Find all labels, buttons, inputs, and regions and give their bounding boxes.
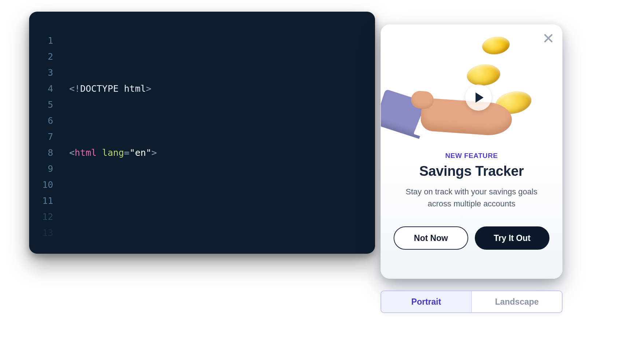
- orientation-portrait[interactable]: Portrait: [381, 291, 471, 312]
- play-button[interactable]: [465, 84, 492, 111]
- line-number: 4: [29, 81, 66, 97]
- coin-icon: [481, 35, 511, 56]
- code-editor: 1 2 3 4 5 6 7 8 9 10 11 12 13 <!DOCTYPE …: [29, 12, 375, 254]
- play-icon: [476, 92, 484, 103]
- line-number: 5: [29, 97, 66, 113]
- line-number-gutter: 1 2 3 4 5 6 7 8 9 10 11 12 13: [29, 12, 66, 254]
- line-number: 6: [29, 113, 66, 129]
- code-area[interactable]: <!DOCTYPE html> <html lang="en"> <head> …: [69, 33, 375, 254]
- cta-row: Not Now Try It Out: [381, 226, 562, 250]
- popup-title: Savings Tracker: [381, 163, 562, 179]
- line-number: 10: [29, 177, 66, 193]
- orientation-landscape[interactable]: Landscape: [471, 291, 562, 312]
- preview-popup: NEW FEATURE Savings Tracker Stay on trac…: [381, 24, 563, 279]
- try-it-out-button[interactable]: Try It Out: [475, 226, 549, 250]
- not-now-button[interactable]: Not Now: [394, 226, 468, 250]
- line-number: 2: [29, 49, 66, 65]
- code-line: [69, 209, 375, 225]
- line-number: 13: [29, 225, 66, 241]
- line-number: 9: [29, 161, 66, 177]
- line-number: 12: [29, 209, 66, 225]
- code-line: <!DOCTYPE html>: [69, 81, 375, 97]
- line-number: 1: [29, 33, 66, 49]
- line-number: 7: [29, 129, 66, 145]
- line-number: 11: [29, 193, 66, 209]
- orientation-toggle: Portrait Landscape: [381, 290, 563, 313]
- code-line: <html lang="en">: [69, 145, 375, 161]
- hero-video-thumbnail[interactable]: [381, 24, 562, 145]
- line-number: 3: [29, 65, 66, 81]
- coin-icon: [466, 63, 501, 87]
- line-number: 8: [29, 145, 66, 161]
- eyebrow-label: NEW FEATURE: [381, 152, 562, 160]
- popup-subcopy: Stay on track with your savings goals ac…: [401, 186, 543, 210]
